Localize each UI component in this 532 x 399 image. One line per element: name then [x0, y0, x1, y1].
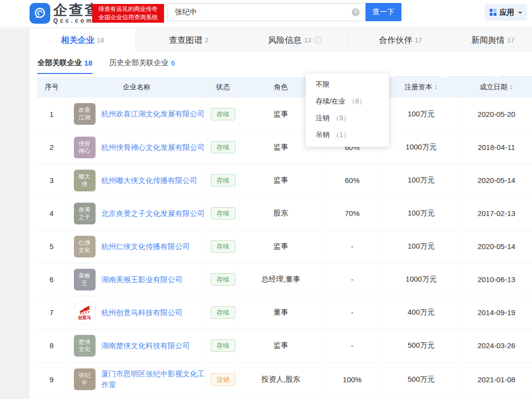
ratio-cell: 70% [323, 197, 382, 230]
company-name-link[interactable]: 北京炎黄之子文化发展有限公司 [101, 208, 205, 219]
company-name-link[interactable]: 杭州嘟大侠文化传播有限公司 [101, 175, 198, 186]
tab-news[interactable]: 新闻舆情 17 [453, 29, 532, 51]
role-cell: 总经理,董事 [239, 263, 323, 296]
status-badge: 存续 [211, 273, 235, 286]
date-cell: 2010-06-13 [461, 263, 532, 296]
row-index: 6 [37, 263, 66, 296]
status-badge: 存续 [211, 339, 235, 352]
date-cell: 2018-04-11 [461, 131, 532, 164]
date-cell: 2020-05-14 [461, 164, 532, 197]
ratio-cell: - [323, 329, 382, 362]
row-index: 9 [37, 362, 66, 397]
capital-cell: 500万元 [382, 362, 461, 397]
dropdown-option-cancelled[interactable]: 注销 （9） [306, 110, 389, 127]
status-badge: 存续 [211, 240, 235, 253]
table-row: 4 炎黄之子 北京炎黄之子文化发展有限公司 存续 股东 70% 100万元 20… [37, 197, 532, 230]
company-avatar: 张纪中 [74, 368, 96, 390]
role-cell: 监事 [239, 164, 323, 197]
col-name: 企业名称 [66, 77, 207, 98]
col-capital[interactable]: 注册资本 [382, 77, 461, 98]
page: 企查查 Qcc.com 缔造有远见的商业传奇 全国企业信用查询系统 查一下 应用… [0, 0, 532, 399]
tab-related-companies[interactable]: 相关企业 18 [30, 29, 135, 52]
company-avatar: 炎黄之子 [74, 203, 96, 224]
subtab-all-related[interactable]: 全部关联企业 18 [37, 51, 93, 74]
capital-cell: 100万元 [382, 164, 461, 197]
company-name-link[interactable]: 湖南美猴王影业有限公司 [101, 274, 183, 285]
search-button[interactable]: 查一下 [366, 3, 401, 21]
status-badge: 存续 [211, 174, 235, 186]
date-cell: 2024-03-26 [461, 329, 532, 362]
role-cell: 监事 [239, 329, 323, 362]
company-avatar: 楚侠文化 [74, 335, 96, 357]
sort-icon[interactable] [509, 84, 513, 90]
chevron-down-icon [517, 8, 522, 17]
tab-partners[interactable]: 合作伙伴 17 [347, 29, 453, 51]
role-cell: 董事 [239, 296, 323, 329]
capital-cell: 1000万元 [382, 131, 461, 164]
table-row: 3 嘟大侠 杭州嘟大侠文化传播有限公司 存续 监事 60% 100万元 2020… [37, 164, 532, 197]
company-name-link[interactable]: 杭州仁侠文化传播有限公司 [101, 241, 190, 252]
status-badge: 存续 [211, 207, 235, 219]
info-icon[interactable] [314, 36, 321, 44]
date-cell: 2020-05-20 [461, 98, 532, 131]
company-avatar: 仁侠文化 [74, 236, 96, 257]
ratio-cell: 100% [323, 362, 382, 397]
status-badge: 存续 [211, 306, 235, 319]
companies-table: 序号 企业名称 状态 角色 注册资本 成立日期 1 [37, 77, 532, 397]
main-content: 相关企业 18 查查图谱 2 风险信息 13 合作伙伴 17 新闻舆情 17 [30, 29, 532, 399]
sort-icon[interactable] [434, 84, 438, 90]
date-cell: 2020-05-14 [461, 230, 532, 263]
date-cell: 2014-09-19 [461, 296, 532, 329]
row-index: 3 [37, 164, 66, 197]
company-avatar: 欢喜江湖 [74, 103, 96, 125]
ratio-cell: 60% [323, 164, 382, 197]
dropdown-option-unlimited[interactable]: 不限 [306, 76, 389, 93]
subtab-history-related[interactable]: 历史全部关联企业 6 [109, 51, 175, 74]
company-name-link[interactable]: 杭州欢喜江湖文化发展有限公司 [101, 109, 205, 119]
apps-menu[interactable]: 应用 [485, 4, 527, 21]
slogan-banner: 缔造有远见的商业传奇 全国企业信用查询系统 [92, 4, 164, 23]
ratio-cell: - [323, 296, 382, 329]
dropdown-option-revoked[interactable]: 吊销 （1） [306, 127, 389, 144]
apps-grid-icon [490, 9, 497, 16]
company-name-link[interactable]: 湖南楚侠文化科技有限公司 [101, 340, 190, 351]
company-logo: 创意马 [74, 302, 96, 324]
status-badge: 存续 [211, 141, 235, 153]
row-index: 4 [37, 197, 66, 230]
role-cell: 股东 [239, 197, 323, 230]
capital-cell: 400万元 [382, 296, 461, 329]
clear-search-icon[interactable] [352, 8, 360, 16]
col-date[interactable]: 成立日期 [461, 77, 532, 98]
qcc-logo-icon[interactable] [30, 3, 50, 24]
search-input[interactable] [175, 3, 342, 21]
dropdown-option-active[interactable]: 存续/在业 （8） [306, 93, 389, 110]
horse-logo-icon [78, 305, 92, 315]
company-avatar: 侠骨禅心 [74, 137, 96, 158]
table-row: 9 张纪中 厦门市思明区张纪中影视文化工作室 注销 投资人,股东 100% 50… [37, 362, 532, 397]
tab-bar: 相关企业 18 查查图谱 2 风险信息 13 合作伙伴 17 新闻舆情 17 [30, 29, 532, 51]
row-index: 7 [37, 296, 66, 329]
company-name-link[interactable]: 杭州侠骨禅心文化发展有限公司 [101, 142, 205, 153]
row-index: 1 [37, 98, 66, 131]
subtab-row: 全部关联企业 18 历史全部关联企业 6 登记状态 所属省份 所属行业 [30, 51, 532, 74]
table-row: 2 侠骨禅心 杭州侠骨禅心文化发展有限公司 存续 监事 60% 1000万元 2… [37, 131, 532, 164]
status-badge: 注销 [211, 373, 235, 386]
search-box [167, 3, 366, 21]
table-header: 序号 企业名称 状态 角色 注册资本 成立日期 [37, 77, 532, 98]
company-name-link[interactable]: 杭州创意马科技有限公司 [101, 307, 183, 318]
table-row: 8 楚侠文化 湖南楚侠文化科技有限公司 存续 监事 - 500万元 2024-0… [37, 329, 532, 362]
col-no: 序号 [37, 77, 66, 98]
capital-cell: 100万元 [382, 197, 461, 230]
table-row: 1 欢喜江湖 杭州欢喜江湖文化发展有限公司 存续 监事 100万元 2020-0… [37, 98, 532, 131]
col-status: 状态 [207, 77, 239, 98]
left-gutter [0, 29, 30, 399]
tab-risk-info[interactable]: 风险信息 13 [241, 29, 347, 51]
company-avatar: 嘟大侠 [74, 170, 96, 191]
role-cell: 监事 [239, 230, 323, 263]
qcc-swirl-icon [33, 6, 47, 20]
role-cell: 投资人,股东 [239, 362, 323, 397]
tab-graph[interactable]: 查查图谱 2 [135, 29, 241, 51]
ratio-cell: - [323, 230, 382, 263]
slogan-line2: 全国企业信用查询系统 [95, 13, 162, 22]
company-name-link[interactable]: 厦门市思明区张纪中影视文化工作室 [101, 368, 207, 390]
